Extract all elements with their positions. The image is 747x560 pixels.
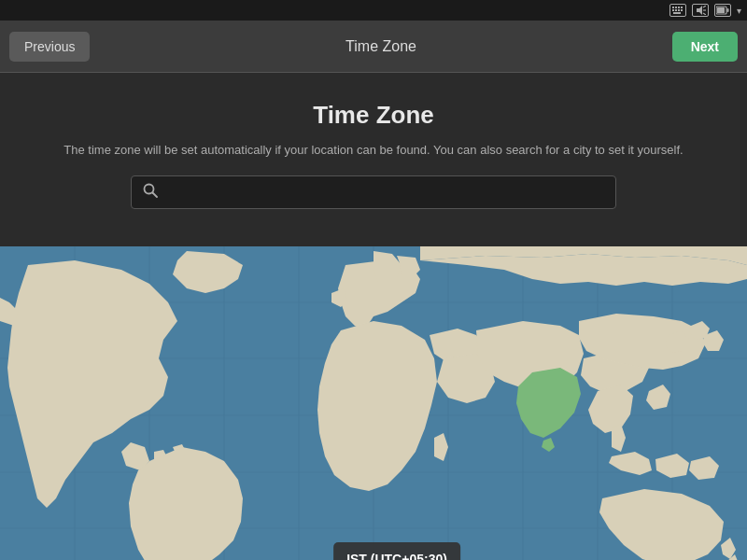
svg-line-17 [153,193,158,198]
svg-rect-5 [675,9,677,11]
map-container[interactable]: IST (UTC+05:30) Kolkata, India 11:21 AM [0,246,747,560]
nav-title: Time Zone [345,38,416,55]
system-bar: ▾ [0,0,747,21]
search-input[interactable] [165,185,604,200]
audio-icon [692,4,709,17]
svg-rect-4 [672,9,674,11]
svg-rect-2 [678,7,680,8]
svg-rect-0 [672,7,674,8]
search-wrapper[interactable] [131,175,616,209]
svg-rect-3 [681,7,683,8]
svg-rect-6 [678,9,680,11]
svg-rect-15 [717,7,725,13]
svg-rect-7 [681,9,683,11]
svg-line-12 [703,13,706,15]
svg-rect-14 [727,8,729,12]
chevron-down-icon[interactable]: ▾ [737,6,741,16]
battery-icon [714,4,731,17]
world-map [0,246,747,560]
search-icon [143,183,158,202]
keyboard-icon [669,4,686,17]
previous-button[interactable]: Previous [9,32,90,62]
svg-line-10 [703,6,706,7]
page-title: Time Zone [19,101,728,130]
svg-rect-8 [673,12,681,14]
page-description: The time zone will be set automatically … [19,143,728,157]
content-area: Time Zone The time zone will be set auto… [0,73,747,246]
nav-bar: Previous Time Zone Next [0,21,747,73]
svg-marker-9 [697,6,702,15]
svg-rect-1 [675,7,677,8]
next-button[interactable]: Next [672,32,738,62]
